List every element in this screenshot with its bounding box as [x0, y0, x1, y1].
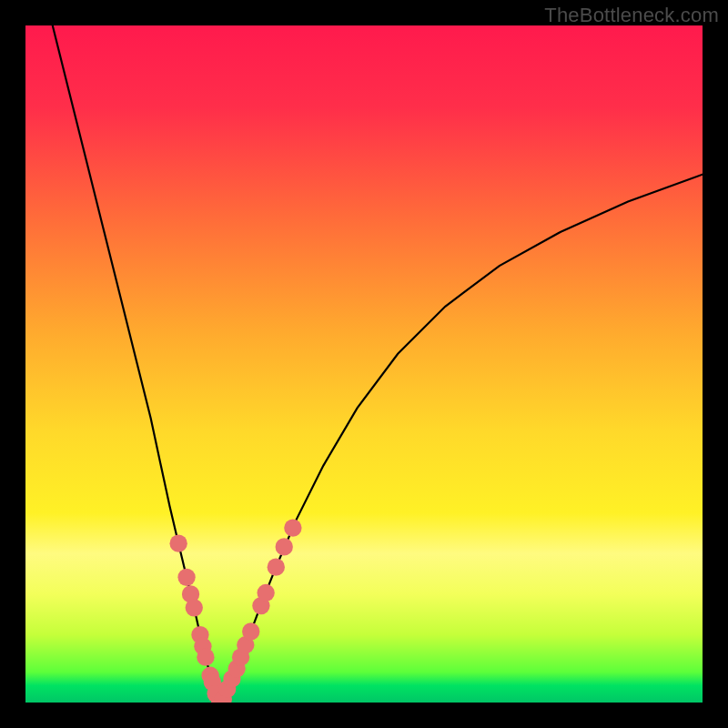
- watermark-text: TheBottleneck.com: [544, 4, 719, 27]
- data-point: [186, 599, 203, 616]
- data-point: [276, 538, 293, 555]
- chart-frame: TheBottleneck.com: [0, 0, 728, 728]
- data-point: [257, 584, 274, 602]
- svg-rect-2: [25, 25, 703, 703]
- data-point: [177, 569, 195, 586]
- chart-canvas: [0, 0, 728, 728]
- data-point: [197, 648, 214, 665]
- data-point: [169, 534, 187, 551]
- data-point: [242, 622, 259, 640]
- data-point: [268, 559, 285, 576]
- data-point: [284, 519, 301, 536]
